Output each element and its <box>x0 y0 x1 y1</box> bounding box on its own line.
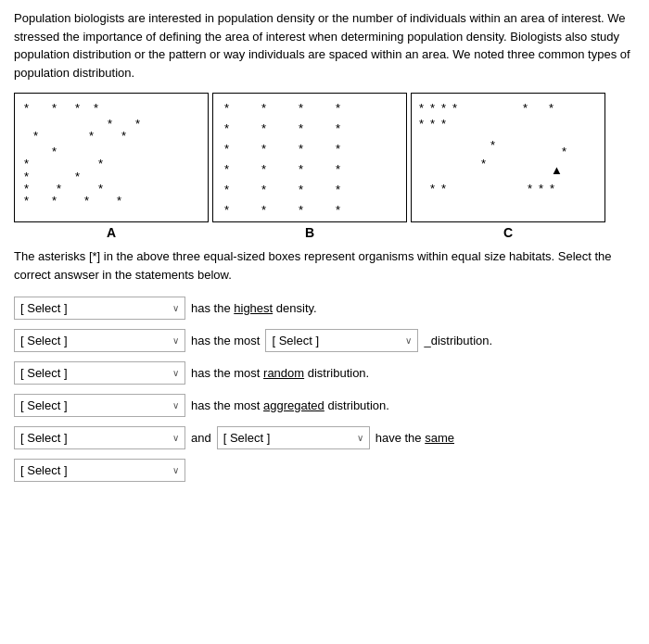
asterisk: * <box>224 183 229 196</box>
diagrams-container: * * * * * * * * * * * * * * * * * * * * … <box>14 93 635 240</box>
diagram-c-box: * * * * * * * * * * * * ▲ * * * * * <box>411 93 605 222</box>
row-5-text-post: have the same <box>375 431 454 445</box>
asterisk: * <box>336 142 340 156</box>
asterisk: * <box>121 129 126 143</box>
asterisk: * <box>33 129 38 143</box>
asterisk: * <box>224 203 229 217</box>
diagram-b-label: B <box>212 225 407 240</box>
select-1-row-1-value: [ Select ] <box>20 301 68 315</box>
asterisk: * <box>430 117 435 131</box>
question-row-6: [ Select ] ∨ <box>14 459 635 482</box>
asterisk: * <box>75 101 80 115</box>
asterisk: * <box>94 101 98 115</box>
select-1-row-3-value: [ Select ] <box>20 366 68 380</box>
question-row-2: [ Select ] ∨ has the most [ Select ] ∨ _… <box>14 329 635 352</box>
dropdown-arrow: ∨ <box>172 368 179 378</box>
diagram-a-wrapper: * * * * * * * * * * * * * * * * * * * * … <box>14 93 209 240</box>
asterisk: * <box>52 101 57 115</box>
asterisk: * <box>299 101 303 115</box>
asterisk: * <box>430 182 435 196</box>
asterisk: * <box>224 142 229 156</box>
asterisk: * <box>336 162 340 176</box>
asterisk: * <box>299 121 303 135</box>
asterisk: * <box>430 101 435 115</box>
row-2-text-pre: has the most <box>191 334 260 347</box>
asterisk: * <box>224 162 229 176</box>
asterisk: * <box>261 121 266 135</box>
intro-paragraph: Population biologists are interested in … <box>14 9 635 82</box>
diagram-c-wrapper: * * * * * * * * * * * * ▲ * * * * * C <box>411 93 605 240</box>
select-2-row-5[interactable]: [ Select ] ∨ <box>217 426 370 449</box>
asterisk: * <box>224 101 229 115</box>
asterisk: * <box>57 182 61 196</box>
asterisk: * <box>299 203 303 217</box>
select-1-row-4-value: [ Select ] <box>20 398 68 412</box>
asterisk: * <box>299 142 303 156</box>
question-row-5: [ Select ] ∨ and [ Select ] ∨ have the s… <box>14 426 635 449</box>
asterisk: * <box>117 194 121 208</box>
asterisk: * <box>75 170 80 183</box>
select-1-row-2-value: [ Select ] <box>20 334 68 347</box>
asterisk: * <box>441 101 446 115</box>
asterisk: * <box>452 101 457 115</box>
asterisk: * <box>108 117 112 131</box>
diagram-c-label: C <box>411 225 605 240</box>
asterisk: * <box>89 129 94 143</box>
select-1-row-5-value: [ Select ] <box>20 431 68 445</box>
asterisk: * <box>419 117 424 131</box>
asterisk: * <box>24 101 29 115</box>
asterisk: * <box>261 203 266 217</box>
asterisk: * <box>481 157 486 170</box>
asterisk: * <box>261 183 266 196</box>
asterisk: * <box>539 182 543 196</box>
dropdown-arrow: ∨ <box>172 303 179 313</box>
asterisk: * <box>550 182 554 196</box>
asterisk: * <box>224 121 229 135</box>
diagram-a-label: A <box>14 225 209 240</box>
asterisk: * <box>549 101 554 115</box>
diagram-b-wrapper: * * * * * * * * * * * * * * * * * * * * … <box>212 93 407 240</box>
asterisk: * <box>528 182 532 196</box>
asterisk: * <box>523 101 528 115</box>
asterisk: * <box>52 145 57 158</box>
diagram-a-box: * * * * * * * * * * * * * * * * * * * * … <box>14 93 209 222</box>
select-1-row-4[interactable]: [ Select ] ∨ <box>14 394 185 417</box>
select-1-row-2[interactable]: [ Select ] ∨ <box>14 329 185 352</box>
dropdown-arrow: ∨ <box>172 465 179 475</box>
row-3-text: has the most random distribution. <box>191 366 369 380</box>
select-2-row-2[interactable]: [ Select ] ∨ <box>265 329 418 352</box>
asterisk: * <box>562 145 566 158</box>
select-2-row-2-value: [ Select ] <box>272 334 319 347</box>
asterisk: * <box>441 182 446 196</box>
dropdown-arrow: ∨ <box>405 335 412 346</box>
asterisk: * <box>336 101 340 115</box>
dropdown-arrow: ∨ <box>172 433 179 443</box>
asterisk: * <box>84 194 89 208</box>
dropdown-arrow: ∨ <box>172 400 179 410</box>
asterisk: * <box>261 162 266 176</box>
asterisk: ▲ <box>551 163 563 177</box>
dropdown-arrow: ∨ <box>172 335 179 346</box>
asterisk: * <box>52 194 57 208</box>
asterisk: * <box>261 142 266 156</box>
asterisk: * <box>135 117 140 131</box>
diagram-b-box: * * * * * * * * * * * * * * * * * * * * … <box>212 93 407 222</box>
asterisk: * <box>98 182 103 196</box>
row-4-text: has the most aggregated distribution. <box>191 398 389 412</box>
asterisk: * <box>299 162 303 176</box>
row-1-text: has the highest density. <box>191 301 317 315</box>
question-row-1: [ Select ] ∨ has the highest density. <box>14 297 635 320</box>
question-row-4: [ Select ] ∨ has the most aggregated dis… <box>14 394 635 417</box>
select-1-row-5[interactable]: [ Select ] ∨ <box>14 426 185 449</box>
question-row-3: [ Select ] ∨ has the most random distrib… <box>14 361 635 385</box>
asterisk: * <box>261 101 266 115</box>
asterisk: * <box>441 117 446 131</box>
asterisk: * <box>24 194 29 208</box>
select-1-row-1[interactable]: [ Select ] ∨ <box>14 297 185 320</box>
asterisk: * <box>419 101 424 115</box>
select-1-row-6[interactable]: [ Select ] ∨ <box>14 459 185 482</box>
select-1-row-6-value: [ Select ] <box>20 463 68 477</box>
description-text: The asterisks [*] in the above three equ… <box>14 247 635 284</box>
select-1-row-3[interactable]: [ Select ] ∨ <box>14 361 185 385</box>
asterisk: * <box>98 157 103 170</box>
